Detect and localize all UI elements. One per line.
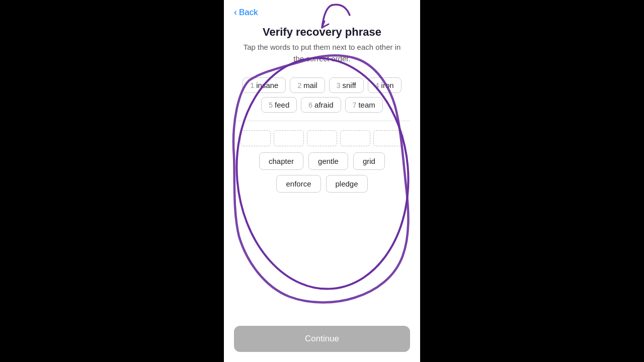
selected-word-chip[interactable]: 6afraid xyxy=(301,97,341,113)
back-button[interactable]: ‹ Back xyxy=(224,0,420,21)
answer-slot[interactable] xyxy=(373,130,404,146)
back-label: Back xyxy=(239,8,258,18)
phone-screen: ‹ Back Verify recovery phrase Tap the wo… xyxy=(224,0,420,362)
section-divider xyxy=(234,121,410,121)
selected-word-chip[interactable]: 3sniff xyxy=(329,77,364,93)
page-subtitle: Tap the words to put them next to each o… xyxy=(239,42,405,64)
answer-slot[interactable] xyxy=(307,130,337,146)
choice-word-chip[interactable]: gentle xyxy=(308,152,348,170)
choice-word-chip[interactable]: chapter xyxy=(259,152,303,170)
choice-word-chip[interactable]: pledge xyxy=(326,175,368,193)
back-chevron-icon: ‹ xyxy=(234,7,237,18)
continue-button[interactable]: Continue xyxy=(234,326,410,352)
answer-slots-row xyxy=(234,130,410,146)
selected-word-chip[interactable]: 1insane xyxy=(243,77,286,93)
selected-word-chip[interactable]: 2mail xyxy=(290,77,325,93)
selected-word-chip[interactable]: 4iron xyxy=(368,77,401,93)
selected-words-area: 1insane2mail3sniff4iron5feed6afraid7team xyxy=(234,72,410,116)
choice-word-chip[interactable]: grid xyxy=(353,152,385,170)
choice-word-chip[interactable]: enforce xyxy=(276,175,320,193)
selected-word-chip[interactable]: 5feed xyxy=(261,97,297,113)
answer-slot[interactable] xyxy=(274,130,304,146)
selected-word-chip[interactable]: 7team xyxy=(345,97,383,113)
answer-slot[interactable] xyxy=(240,130,271,146)
choice-words-area: chaptergentlegridenforcepledge xyxy=(234,152,410,193)
page-title: Verify recovery phrase xyxy=(234,26,410,39)
answer-slot[interactable] xyxy=(340,130,370,146)
